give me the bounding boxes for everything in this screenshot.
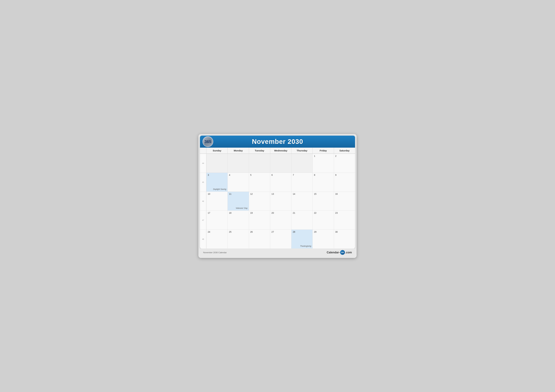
day-number: 4 bbox=[229, 174, 248, 176]
day-number: 1 bbox=[314, 155, 332, 157]
footer-brand-prefix: Calendar- bbox=[327, 251, 340, 254]
day-number: 10 bbox=[208, 193, 226, 195]
footer-brand-suffix: .com bbox=[345, 251, 352, 254]
holiday-label: Thanksgiving bbox=[300, 245, 311, 247]
day-cell-21[interactable]: 21 bbox=[291, 211, 313, 229]
page-wrapper: 365 November 2030 Sunday Monday Tuesday … bbox=[198, 134, 357, 258]
dow-tuesday: Tuesday bbox=[249, 148, 270, 153]
day-cell-29[interactable]: 29 bbox=[313, 229, 334, 249]
holiday-label: Daylight Saving bbox=[213, 188, 226, 190]
day-number: 28 bbox=[293, 231, 311, 233]
calendar-grid: 4412453Daylight Saving456789461011Vetera… bbox=[200, 154, 355, 249]
week-number-47: 47 bbox=[200, 211, 206, 229]
day-cell-2[interactable]: 2 bbox=[334, 154, 355, 173]
day-number: 12 bbox=[250, 193, 269, 195]
footer-brand-badge: 365 bbox=[340, 250, 345, 255]
day-cell-empty-0-2[interactable] bbox=[249, 154, 270, 173]
day-number: 16 bbox=[335, 193, 354, 195]
day-cell-17[interactable]: 17 bbox=[206, 211, 227, 229]
day-cell-18[interactable]: 18 bbox=[227, 211, 249, 229]
day-number: 7 bbox=[293, 174, 311, 176]
day-number: 9 bbox=[335, 174, 354, 176]
day-cell-12[interactable]: 12 bbox=[249, 192, 270, 211]
day-number: 3 bbox=[208, 174, 226, 176]
day-cell-3[interactable]: 3Daylight Saving bbox=[206, 173, 227, 192]
dow-saturday: Saturday bbox=[334, 148, 355, 153]
holiday-label: Veterans' Day bbox=[236, 207, 248, 209]
day-cell-8[interactable]: 8 bbox=[313, 173, 334, 192]
day-cell-10[interactable]: 10 bbox=[206, 192, 227, 211]
day-cell-11[interactable]: 11Veterans' Day bbox=[227, 192, 249, 211]
day-cell-19[interactable]: 19 bbox=[249, 211, 270, 229]
days-of-week-row: Sunday Monday Tuesday Wednesday Thursday… bbox=[200, 148, 355, 154]
day-number: 2 bbox=[335, 155, 354, 157]
week-num-header bbox=[200, 148, 206, 153]
day-cell-15[interactable]: 15 bbox=[313, 192, 334, 211]
day-number: 8 bbox=[314, 174, 332, 176]
day-number: 15 bbox=[314, 193, 332, 195]
day-cell-20[interactable]: 20 bbox=[270, 211, 291, 229]
day-cell-27[interactable]: 27 bbox=[270, 229, 291, 249]
calendar-container: 365 November 2030 Sunday Monday Tuesday … bbox=[200, 136, 355, 249]
day-number: 19 bbox=[250, 212, 269, 214]
day-number: 5 bbox=[250, 174, 269, 176]
day-cell-16[interactable]: 16 bbox=[334, 192, 355, 211]
day-cell-28[interactable]: 28Thanksgiving bbox=[291, 229, 313, 249]
day-cell-22[interactable]: 22 bbox=[313, 211, 334, 229]
day-cell-5[interactable]: 5 bbox=[249, 173, 270, 192]
day-number: 29 bbox=[314, 231, 332, 233]
footer-left-label: November 2030 Calendar bbox=[203, 251, 227, 254]
dow-sunday: Sunday bbox=[206, 148, 227, 153]
day-cell-empty-0-3[interactable] bbox=[270, 154, 291, 173]
day-number: 30 bbox=[335, 231, 354, 233]
day-cell-empty-0-1[interactable] bbox=[227, 154, 249, 173]
day-cell-23[interactable]: 23 bbox=[334, 211, 355, 229]
week-number-48: 48 bbox=[200, 229, 206, 249]
day-number: 13 bbox=[271, 193, 290, 195]
day-number: 14 bbox=[293, 193, 311, 195]
day-cell-13[interactable]: 13 bbox=[270, 192, 291, 211]
week-number-46: 46 bbox=[200, 192, 206, 211]
calendar-footer: November 2030 Calendar Calendar- 365 .co… bbox=[200, 249, 355, 256]
calendar-title: November 2030 bbox=[252, 138, 303, 145]
day-number: 20 bbox=[271, 212, 290, 214]
day-cell-24[interactable]: 24 bbox=[206, 229, 227, 249]
day-cell-26[interactable]: 26 bbox=[249, 229, 270, 249]
day-number: 18 bbox=[229, 212, 248, 214]
day-cell-empty-0-4[interactable] bbox=[291, 154, 313, 173]
day-number: 24 bbox=[208, 231, 226, 233]
day-number: 22 bbox=[314, 212, 332, 214]
day-cell-empty-0-0[interactable] bbox=[206, 154, 227, 173]
day-cell-9[interactable]: 9 bbox=[334, 173, 355, 192]
day-number: 25 bbox=[229, 231, 248, 233]
dow-monday: Monday bbox=[227, 148, 249, 153]
day-cell-14[interactable]: 14 bbox=[291, 192, 313, 211]
day-number: 26 bbox=[250, 231, 269, 233]
day-number: 27 bbox=[271, 231, 290, 233]
day-cell-30[interactable]: 30 bbox=[334, 229, 355, 249]
day-cell-4[interactable]: 4 bbox=[227, 173, 249, 192]
day-number: 11 bbox=[229, 193, 248, 195]
week-number-44: 44 bbox=[200, 154, 206, 173]
dow-thursday: Thursday bbox=[291, 148, 313, 153]
day-cell-1[interactable]: 1 bbox=[313, 154, 334, 173]
day-cell-25[interactable]: 25 bbox=[227, 229, 249, 249]
day-number: 23 bbox=[335, 212, 354, 214]
day-number: 6 bbox=[271, 174, 290, 176]
dow-friday: Friday bbox=[313, 148, 334, 153]
day-number: 17 bbox=[208, 212, 226, 214]
footer-brand: Calendar- 365 .com bbox=[327, 250, 352, 255]
dow-wednesday: Wednesday bbox=[270, 148, 291, 153]
day-number: 21 bbox=[293, 212, 311, 214]
calendar-header: 365 November 2030 bbox=[200, 136, 355, 148]
day-cell-6[interactable]: 6 bbox=[270, 173, 291, 192]
day-cell-7[interactable]: 7 bbox=[291, 173, 313, 192]
logo-badge: 365 bbox=[203, 136, 213, 147]
week-number-45: 45 bbox=[200, 173, 206, 192]
